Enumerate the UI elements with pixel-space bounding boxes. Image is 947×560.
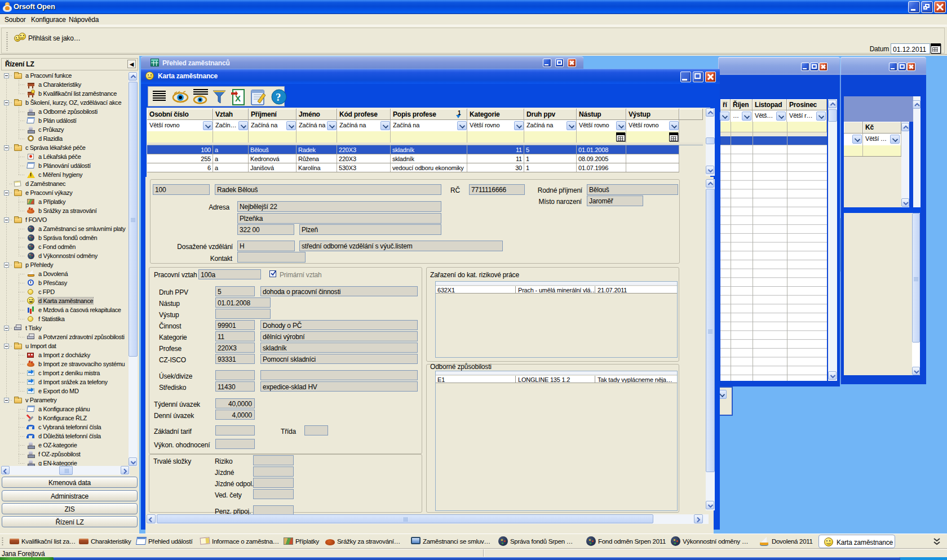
svg-text:?: ? <box>276 91 281 103</box>
